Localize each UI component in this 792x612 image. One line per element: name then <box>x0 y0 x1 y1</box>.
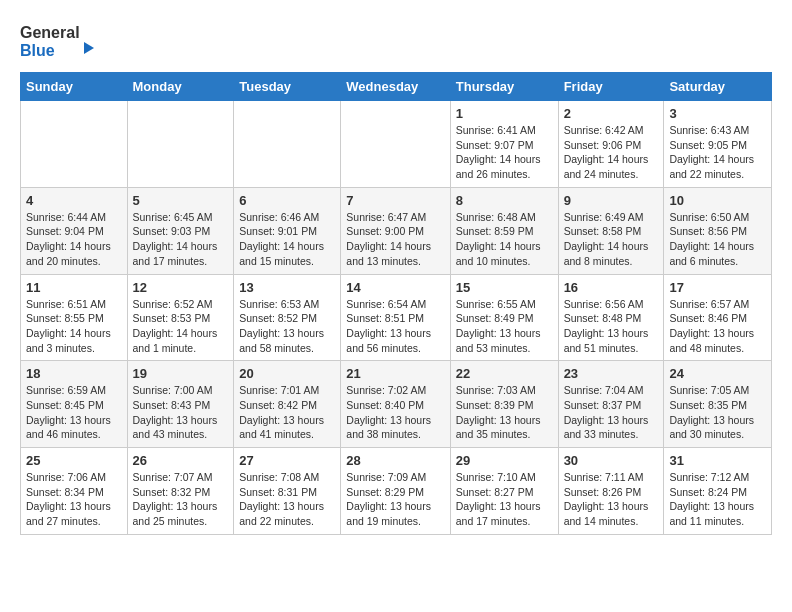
calendar-cell: 22Sunrise: 7:03 AM Sunset: 8:39 PM Dayli… <box>450 361 558 448</box>
day-detail: Sunrise: 6:50 AM Sunset: 8:56 PM Dayligh… <box>669 210 766 269</box>
day-detail: Sunrise: 7:09 AM Sunset: 8:29 PM Dayligh… <box>346 470 444 529</box>
day-detail: Sunrise: 7:06 AM Sunset: 8:34 PM Dayligh… <box>26 470 122 529</box>
day-detail: Sunrise: 7:04 AM Sunset: 8:37 PM Dayligh… <box>564 383 659 442</box>
day-number: 22 <box>456 366 553 381</box>
col-header-friday: Friday <box>558 73 664 101</box>
day-number: 18 <box>26 366 122 381</box>
calendar-cell: 9Sunrise: 6:49 AM Sunset: 8:58 PM Daylig… <box>558 187 664 274</box>
day-detail: Sunrise: 7:11 AM Sunset: 8:26 PM Dayligh… <box>564 470 659 529</box>
day-detail: Sunrise: 7:02 AM Sunset: 8:40 PM Dayligh… <box>346 383 444 442</box>
svg-text:General: General <box>20 24 80 41</box>
calendar-cell: 17Sunrise: 6:57 AM Sunset: 8:46 PM Dayli… <box>664 274 772 361</box>
calendar-cell: 20Sunrise: 7:01 AM Sunset: 8:42 PM Dayli… <box>234 361 341 448</box>
header: GeneralBlue <box>20 20 772 62</box>
day-detail: Sunrise: 6:55 AM Sunset: 8:49 PM Dayligh… <box>456 297 553 356</box>
day-detail: Sunrise: 6:45 AM Sunset: 9:03 PM Dayligh… <box>133 210 229 269</box>
day-detail: Sunrise: 6:48 AM Sunset: 8:59 PM Dayligh… <box>456 210 553 269</box>
day-number: 8 <box>456 193 553 208</box>
col-header-monday: Monday <box>127 73 234 101</box>
day-detail: Sunrise: 7:08 AM Sunset: 8:31 PM Dayligh… <box>239 470 335 529</box>
calendar-cell: 30Sunrise: 7:11 AM Sunset: 8:26 PM Dayli… <box>558 448 664 535</box>
calendar-cell: 25Sunrise: 7:06 AM Sunset: 8:34 PM Dayli… <box>21 448 128 535</box>
calendar-cell: 19Sunrise: 7:00 AM Sunset: 8:43 PM Dayli… <box>127 361 234 448</box>
day-number: 16 <box>564 280 659 295</box>
day-detail: Sunrise: 6:47 AM Sunset: 9:00 PM Dayligh… <box>346 210 444 269</box>
day-detail: Sunrise: 6:41 AM Sunset: 9:07 PM Dayligh… <box>456 123 553 182</box>
calendar-cell: 8Sunrise: 6:48 AM Sunset: 8:59 PM Daylig… <box>450 187 558 274</box>
day-number: 26 <box>133 453 229 468</box>
calendar-cell: 5Sunrise: 6:45 AM Sunset: 9:03 PM Daylig… <box>127 187 234 274</box>
logo: GeneralBlue <box>20 20 100 62</box>
day-number: 13 <box>239 280 335 295</box>
calendar-cell <box>21 101 128 188</box>
calendar-week-row: 18Sunrise: 6:59 AM Sunset: 8:45 PM Dayli… <box>21 361 772 448</box>
calendar-week-row: 25Sunrise: 7:06 AM Sunset: 8:34 PM Dayli… <box>21 448 772 535</box>
day-number: 30 <box>564 453 659 468</box>
calendar-cell: 21Sunrise: 7:02 AM Sunset: 8:40 PM Dayli… <box>341 361 450 448</box>
day-detail: Sunrise: 6:54 AM Sunset: 8:51 PM Dayligh… <box>346 297 444 356</box>
calendar-cell: 6Sunrise: 6:46 AM Sunset: 9:01 PM Daylig… <box>234 187 341 274</box>
day-detail: Sunrise: 6:44 AM Sunset: 9:04 PM Dayligh… <box>26 210 122 269</box>
calendar-cell: 29Sunrise: 7:10 AM Sunset: 8:27 PM Dayli… <box>450 448 558 535</box>
day-number: 21 <box>346 366 444 381</box>
day-detail: Sunrise: 7:07 AM Sunset: 8:32 PM Dayligh… <box>133 470 229 529</box>
day-number: 28 <box>346 453 444 468</box>
day-detail: Sunrise: 6:49 AM Sunset: 8:58 PM Dayligh… <box>564 210 659 269</box>
day-detail: Sunrise: 6:59 AM Sunset: 8:45 PM Dayligh… <box>26 383 122 442</box>
calendar-cell: 7Sunrise: 6:47 AM Sunset: 9:00 PM Daylig… <box>341 187 450 274</box>
day-number: 4 <box>26 193 122 208</box>
col-header-saturday: Saturday <box>664 73 772 101</box>
col-header-sunday: Sunday <box>21 73 128 101</box>
calendar-cell: 3Sunrise: 6:43 AM Sunset: 9:05 PM Daylig… <box>664 101 772 188</box>
calendar-table: SundayMondayTuesdayWednesdayThursdayFrid… <box>20 72 772 535</box>
day-detail: Sunrise: 6:42 AM Sunset: 9:06 PM Dayligh… <box>564 123 659 182</box>
day-number: 27 <box>239 453 335 468</box>
day-detail: Sunrise: 6:52 AM Sunset: 8:53 PM Dayligh… <box>133 297 229 356</box>
day-detail: Sunrise: 7:00 AM Sunset: 8:43 PM Dayligh… <box>133 383 229 442</box>
calendar-week-row: 1Sunrise: 6:41 AM Sunset: 9:07 PM Daylig… <box>21 101 772 188</box>
day-detail: Sunrise: 6:53 AM Sunset: 8:52 PM Dayligh… <box>239 297 335 356</box>
day-number: 25 <box>26 453 122 468</box>
day-number: 11 <box>26 280 122 295</box>
calendar-cell: 14Sunrise: 6:54 AM Sunset: 8:51 PM Dayli… <box>341 274 450 361</box>
day-number: 19 <box>133 366 229 381</box>
col-header-tuesday: Tuesday <box>234 73 341 101</box>
day-number: 14 <box>346 280 444 295</box>
day-number: 7 <box>346 193 444 208</box>
svg-text:Blue: Blue <box>20 42 55 59</box>
day-number: 3 <box>669 106 766 121</box>
day-number: 23 <box>564 366 659 381</box>
day-number: 6 <box>239 193 335 208</box>
calendar-cell: 2Sunrise: 6:42 AM Sunset: 9:06 PM Daylig… <box>558 101 664 188</box>
calendar-cell: 23Sunrise: 7:04 AM Sunset: 8:37 PM Dayli… <box>558 361 664 448</box>
calendar-cell: 28Sunrise: 7:09 AM Sunset: 8:29 PM Dayli… <box>341 448 450 535</box>
day-number: 29 <box>456 453 553 468</box>
calendar-cell: 26Sunrise: 7:07 AM Sunset: 8:32 PM Dayli… <box>127 448 234 535</box>
calendar-cell <box>234 101 341 188</box>
calendar-cell: 4Sunrise: 6:44 AM Sunset: 9:04 PM Daylig… <box>21 187 128 274</box>
calendar-cell <box>341 101 450 188</box>
day-number: 31 <box>669 453 766 468</box>
calendar-cell: 24Sunrise: 7:05 AM Sunset: 8:35 PM Dayli… <box>664 361 772 448</box>
logo-svg: GeneralBlue <box>20 20 100 62</box>
day-number: 1 <box>456 106 553 121</box>
calendar-cell: 12Sunrise: 6:52 AM Sunset: 8:53 PM Dayli… <box>127 274 234 361</box>
calendar-cell: 31Sunrise: 7:12 AM Sunset: 8:24 PM Dayli… <box>664 448 772 535</box>
calendar-cell: 27Sunrise: 7:08 AM Sunset: 8:31 PM Dayli… <box>234 448 341 535</box>
calendar-cell <box>127 101 234 188</box>
day-number: 9 <box>564 193 659 208</box>
day-detail: Sunrise: 6:51 AM Sunset: 8:55 PM Dayligh… <box>26 297 122 356</box>
calendar-cell: 11Sunrise: 6:51 AM Sunset: 8:55 PM Dayli… <box>21 274 128 361</box>
calendar-header-row: SundayMondayTuesdayWednesdayThursdayFrid… <box>21 73 772 101</box>
day-number: 20 <box>239 366 335 381</box>
day-detail: Sunrise: 7:05 AM Sunset: 8:35 PM Dayligh… <box>669 383 766 442</box>
day-detail: Sunrise: 6:43 AM Sunset: 9:05 PM Dayligh… <box>669 123 766 182</box>
svg-marker-2 <box>84 42 94 54</box>
day-number: 15 <box>456 280 553 295</box>
col-header-wednesday: Wednesday <box>341 73 450 101</box>
calendar-cell: 10Sunrise: 6:50 AM Sunset: 8:56 PM Dayli… <box>664 187 772 274</box>
day-number: 2 <box>564 106 659 121</box>
calendar-cell: 18Sunrise: 6:59 AM Sunset: 8:45 PM Dayli… <box>21 361 128 448</box>
calendar-cell: 15Sunrise: 6:55 AM Sunset: 8:49 PM Dayli… <box>450 274 558 361</box>
day-number: 5 <box>133 193 229 208</box>
